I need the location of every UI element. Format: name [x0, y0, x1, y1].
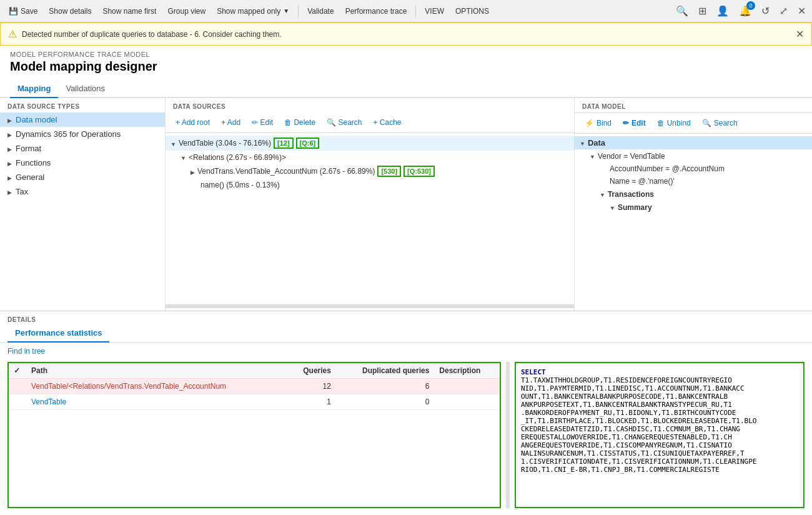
show-details-button[interactable]: Show details — [44, 4, 96, 18]
expand-icon-vendtrans — [191, 167, 195, 176]
rt-item-data[interactable]: Data — [575, 136, 812, 149]
table-row[interactable]: VendTable 1 0 — [9, 394, 500, 410]
data-sources-header: DATA SOURCES — [166, 98, 574, 112]
data-sources-tree: VendTable (3.04s - 76.16%) [12] [Q:6] <R… — [166, 133, 574, 302]
delete-button[interactable]: 🗑 Delete — [279, 116, 320, 129]
bind-icon: ⚡ — [585, 119, 594, 128]
th-check: ✓ — [9, 363, 26, 379]
data-source-types-panel: DATA SOURCE TYPES Data model Dynamics 36… — [0, 98, 166, 311]
expand-icon-vendtable — [171, 139, 176, 148]
td-queries-2: 1 — [288, 394, 336, 410]
data-sources-panel: DATA SOURCES + Add root + Add ✏ Edit 🗑 D… — [166, 98, 575, 311]
data-model-toolbar: ⚡ Bind ✏ Edit 🗑 Unbind 🔍 Search — [575, 113, 812, 134]
expand-icon-data — [580, 138, 585, 148]
data-model-header: DATA MODEL — [575, 98, 812, 113]
toolbar-right: 🔍 ⊞ 👤 🔔0 ↺ ⤢ ✕ — [673, 2, 808, 19]
ds-type-format[interactable]: Format — [0, 141, 165, 156]
ds-type-general[interactable]: General — [0, 170, 165, 184]
validate-button[interactable]: Validate — [302, 4, 339, 18]
th-duplicated: Duplicated queries — [336, 363, 434, 379]
refresh-icon-button[interactable]: ↺ — [759, 2, 772, 19]
expand-icon-vendor — [590, 151, 595, 161]
details-content: ✓ Path Queries Duplicated queries Descri… — [0, 359, 812, 511]
performance-trace-button[interactable]: Performance trace — [340, 4, 412, 18]
chevron-down-icon: ▼ — [283, 8, 289, 14]
search-model-button[interactable]: 🔍 Search — [697, 117, 743, 129]
ds-type-functions[interactable]: Functions — [0, 156, 165, 170]
show-mapped-only-button[interactable]: Show mapped only ▼ — [212, 4, 294, 18]
ds-item-vendtrans[interactable]: VendTrans.VendTable_AccountNum (2.67s - … — [166, 164, 574, 179]
td-path-2[interactable]: VendTable — [26, 394, 288, 410]
notification-icon-button[interactable]: 🔔0 — [736, 2, 754, 19]
search-model-icon: 🔍 — [702, 119, 711, 128]
td-path-1[interactable]: VendTable/<Relations/VendTrans.VendTable… — [26, 379, 288, 394]
drag-handle-v[interactable] — [166, 304, 574, 308]
table-row[interactable]: VendTable/<Relations/VendTrans.VendTable… — [9, 379, 500, 394]
details-tab-performance[interactable]: Performance statistics — [7, 326, 109, 342]
td-duplicated-1: 6 — [336, 379, 434, 394]
ds-type-tax[interactable]: Tax — [0, 184, 165, 199]
data-sources-toolbar: + Add root + Add ✏ Edit 🗑 Delete 🔍 Searc… — [166, 112, 574, 133]
expand-icon-relations — [181, 152, 186, 162]
model-label: MODEL PERFORMANCE TRACE MODEL — [10, 51, 802, 58]
edit-model-button[interactable]: ✏ Edit — [618, 117, 651, 129]
expand-icon — [7, 115, 12, 124]
toolbar-separator — [298, 5, 299, 18]
add-root-button[interactable]: + Add root — [171, 116, 215, 129]
table-header-row: ✓ Path Queries Duplicated queries Descri… — [9, 363, 500, 379]
add-button[interactable]: + Add — [216, 116, 245, 129]
cache-button[interactable]: + Cache — [368, 116, 406, 129]
rt-item-summary[interactable]: Summary — [575, 201, 812, 214]
rt-item-vendor[interactable]: Vendor = VendTable — [575, 149, 812, 162]
ds-type-data-model[interactable]: Data model — [0, 112, 165, 127]
expand-icon — [7, 187, 12, 196]
view-button[interactable]: VIEW — [420, 4, 449, 18]
drag-handle-h[interactable] — [506, 362, 510, 508]
td-check-1 — [9, 379, 26, 394]
tab-mapping[interactable]: Mapping — [10, 80, 58, 98]
search-toolbar-button[interactable]: 🔍 — [673, 2, 691, 19]
unbind-button[interactable]: 🗑 Unbind — [652, 117, 696, 129]
data-source-types-header: DATA SOURCE TYPES — [0, 98, 165, 112]
rt-item-transactions[interactable]: Transactions — [575, 188, 812, 201]
find-in-tree-link[interactable]: Find in tree — [0, 343, 812, 359]
page-title: Model mapping designer — [10, 59, 802, 74]
rt-item-name[interactable]: Name = @.'name()' — [575, 175, 812, 188]
expand-icon-transactions — [600, 189, 605, 199]
rt-item-accountnumber[interactable]: AccountNumber = @.AccountNum — [575, 162, 812, 175]
close-icon-button[interactable]: ✕ — [795, 2, 808, 19]
alert-close-button[interactable]: ✕ — [796, 28, 804, 40]
maximize-icon-button[interactable]: ⤢ — [777, 2, 790, 19]
ds-item-vendtable[interactable]: VendTable (3.04s - 76.16%) [12] [Q:6] — [166, 136, 574, 151]
alert-message: Detected number of duplicate queries to … — [22, 30, 791, 39]
td-desc-2 — [434, 394, 500, 410]
data-model-panel: DATA MODEL ⚡ Bind ✏ Edit 🗑 Unbind 🔍 Sear… — [575, 98, 812, 311]
ds-item-relations[interactable]: <Relations (2.67s - 66.89%)> — [166, 151, 574, 164]
expand-icon — [7, 158, 12, 168]
bind-button[interactable]: ⚡ Bind — [580, 117, 616, 129]
mapping-tabs: Mapping Validations — [0, 80, 812, 98]
save-icon: 💾 — [9, 7, 18, 16]
user-icon-button[interactable]: 👤 — [714, 2, 731, 19]
show-name-first-button[interactable]: Show name first — [97, 4, 161, 18]
sql-panel[interactable]: SELECT T1.TAXWITHHOLDGROUP,T1.RESIDENCEF… — [515, 362, 805, 508]
details-section: DETAILS Performance statistics Find in t… — [0, 311, 812, 511]
save-button[interactable]: 💾 Save — [4, 4, 42, 18]
edit-button[interactable]: ✏ Edit — [247, 116, 278, 129]
tab-validations[interactable]: Validations — [58, 80, 112, 98]
group-view-button[interactable]: Group view — [162, 4, 210, 18]
td-duplicated-2: 0 — [336, 394, 434, 410]
expand-icon — [7, 129, 12, 139]
expand-icon — [7, 144, 12, 153]
toolbar-separator-2 — [415, 5, 416, 18]
apps-icon-button[interactable]: ⊞ — [696, 2, 709, 19]
main-toolbar: 💾 Save Show details Show name first Grou… — [0, 0, 812, 22]
alert-banner: ⚠ Detected number of duplicate queries t… — [0, 22, 812, 46]
ds-item-name[interactable]: name() (5.0ms - 0.13%) — [166, 179, 574, 191]
td-desc-1 — [434, 379, 500, 394]
details-header: DETAILS — [0, 311, 812, 326]
search-button[interactable]: 🔍 Search — [322, 116, 367, 129]
ds-type-dynamics365[interactable]: Dynamics 365 for Operations — [0, 127, 165, 141]
performance-table: ✓ Path Queries Duplicated queries Descri… — [9, 363, 500, 410]
options-button[interactable]: OPTIONS — [450, 4, 494, 18]
